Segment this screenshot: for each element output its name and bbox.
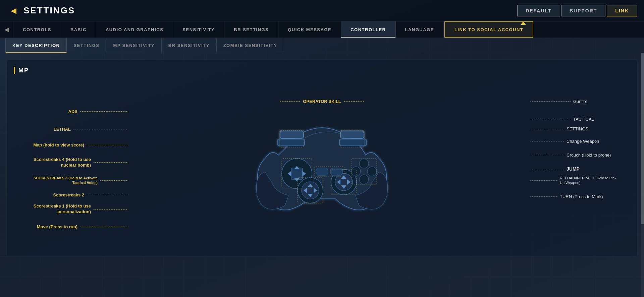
reload-label-row: RELOAD/INTERACT (Hold to Pick Up Weapon)	[530, 176, 620, 185]
change-weapon-label: Change Weapon	[567, 139, 599, 144]
score1-label: Scorestreaks 1 (Hold to use personalizat…	[24, 203, 91, 215]
svg-rect-0	[280, 131, 304, 138]
move-label-row: Move (Press to run)	[37, 224, 127, 229]
op-skill-dotline-left	[280, 101, 300, 102]
ads-label: ADS	[68, 109, 77, 114]
turn-label-row: TURN (Press to Mark)	[530, 194, 603, 199]
support-button[interactable]: SUPPORT	[561, 5, 606, 16]
tactical-dotline	[530, 119, 571, 119]
tab-basic[interactable]: BASIC	[61, 21, 96, 38]
score2-label-row: Scorestreaks 2	[53, 192, 127, 197]
settings-label-row: SETTINGS	[530, 126, 588, 131]
op-skill-dotline-right	[344, 101, 364, 102]
header-buttons: DEFAULT SUPPORT LINK	[517, 5, 637, 16]
nav-tabs: ◀ CONTROLS BASIC AUDIO AND GRAPHICS SENS…	[0, 21, 644, 38]
score4-label: Scorestreaks 4 (Hold to use nuclear bomb…	[24, 157, 91, 168]
svg-rect-1	[278, 139, 305, 146]
back-button[interactable]: ◀	[7, 4, 20, 17]
tab-br-settings[interactable]: BR SETTINGS	[224, 21, 278, 38]
controller-svg-container: OPERATOR SKILL	[245, 108, 399, 224]
score1-dotline	[94, 209, 127, 210]
crouch-label-row: Crouch (Hold to prone)	[530, 153, 611, 158]
active-tab-indicator	[521, 21, 526, 25]
svg-point-22	[359, 159, 369, 168]
header: ◀ SETTINGS DEFAULT SUPPORT LINK	[0, 0, 644, 21]
back-icon: ◀	[11, 6, 16, 15]
content-area: MP ADS LETHAL Map (hold to view score)	[0, 53, 644, 297]
crouch-label: Crouch (Hold to prone)	[567, 153, 611, 158]
tactical-label-row: TACTICAL	[530, 117, 594, 122]
crouch-dotline	[530, 155, 564, 155]
svg-point-23	[367, 167, 377, 176]
gunfire-label: Gunfire	[573, 99, 588, 104]
operator-skill-row: OPERATOR SKILL	[280, 99, 364, 104]
right-labels: Gunfire TACTICAL SETTINGS Change Weapon …	[530, 99, 620, 199]
tab-link-social[interactable]: LINK TO SOCIAL ACCOUNT	[444, 21, 533, 38]
tab-audio-graphics[interactable]: AUDIO AND GRAPHICS	[96, 21, 173, 38]
map-label-row: Map (hold to view score)	[33, 142, 127, 147]
default-button[interactable]: DEFAULT	[517, 5, 560, 16]
reload-label: RELOAD/INTERACT (Hold to Pick Up Weapon)	[560, 176, 620, 185]
nav-prev-arrow[interactable]: ◀	[0, 21, 13, 38]
gunfire-dotline	[530, 101, 571, 102]
map-label: Map (hold to view score)	[33, 142, 84, 147]
change-weapon-dotline	[530, 141, 564, 141]
score1-label-row: Scorestreaks 1 (Hold to use personalizat…	[24, 203, 127, 215]
mp-section: MP ADS LETHAL Map (hold to view score)	[7, 60, 637, 257]
tab-language[interactable]: LANGUAGE	[396, 21, 444, 38]
svg-rect-26	[316, 168, 328, 175]
section-bar	[14, 67, 15, 74]
controller-diagram: ADS LETHAL Map (hold to view score) Scor…	[14, 82, 630, 250]
score3-label-row: SCORESTREAKS 3 (Hold to Activate Tactica…	[31, 176, 127, 185]
scrollbar-thumb[interactable]	[641, 53, 644, 224]
score4-label-row: Scorestreaks 4 (Hold to use nuclear bomb…	[24, 157, 127, 168]
svg-rect-5	[291, 168, 303, 179]
ads-dotline	[80, 111, 127, 112]
lethal-label: LETHAL	[54, 127, 71, 132]
reload-dotline	[530, 180, 557, 181]
turn-label: TURN (Press to Mark)	[560, 194, 603, 199]
svg-rect-2	[340, 131, 364, 138]
tab-controls[interactable]: CONTROLS	[13, 21, 61, 38]
score2-dotline	[87, 195, 127, 195]
subtab-mp-sensitivity[interactable]: MP SENSITIVITY	[106, 38, 161, 53]
jump-label: JUMP	[567, 166, 580, 172]
change-weapon-label-row: Change Weapon	[530, 139, 599, 144]
jump-label-row: JUMP	[530, 166, 580, 172]
svg-rect-27	[330, 168, 342, 175]
score2-label: Scorestreaks 2	[53, 192, 84, 197]
move-dotline	[80, 227, 127, 227]
left-labels: ADS LETHAL Map (hold to view score) Scor…	[24, 109, 127, 229]
controller-image	[245, 108, 399, 222]
jump-dotline	[530, 169, 564, 169]
turn-dotline	[530, 196, 557, 197]
tab-quick-message[interactable]: QUICK MESSAGE	[278, 21, 341, 38]
lethal-label-row: LETHAL	[54, 127, 127, 132]
settings-dotline	[530, 129, 564, 129]
svg-point-24	[359, 175, 369, 184]
score3-dotline	[100, 180, 127, 181]
ads-label-row: ADS	[68, 109, 127, 114]
section-header: MP	[14, 67, 630, 74]
link-button[interactable]: LINK	[607, 5, 637, 16]
map-dotline	[87, 145, 127, 145]
score3-label: SCORESTREAKS 3 (Hold to Activate Tactica…	[31, 176, 98, 185]
lethal-dotline	[73, 129, 127, 129]
svg-rect-3	[339, 139, 366, 146]
move-label: Move (Press to run)	[37, 224, 77, 229]
subtab-br-sensitivity[interactable]: BR SENSITIVITY	[162, 38, 217, 53]
gunfire-label-row: Gunfire	[530, 99, 588, 104]
score4-dotline	[94, 162, 127, 163]
tab-controller[interactable]: CONTROLLER	[341, 21, 395, 38]
settings-label: SETTINGS	[567, 126, 588, 131]
svg-point-25	[351, 167, 361, 176]
tab-sensitivity[interactable]: SENSITIVITY	[173, 21, 224, 38]
tactical-label: TACTICAL	[573, 117, 594, 122]
page-title: SETTINGS	[23, 5, 75, 16]
operator-skill-label: OPERATOR SKILL	[300, 99, 344, 104]
subtab-key-description[interactable]: KEY DESCRIPTION	[5, 38, 67, 53]
scrollbar[interactable]	[641, 53, 644, 297]
subtab-settings[interactable]: SETTINGS	[67, 38, 106, 53]
section-title-text: MP	[18, 67, 29, 74]
subtab-zombie-sensitivity[interactable]: ZOMBIE SENSITIVITY	[217, 38, 284, 53]
